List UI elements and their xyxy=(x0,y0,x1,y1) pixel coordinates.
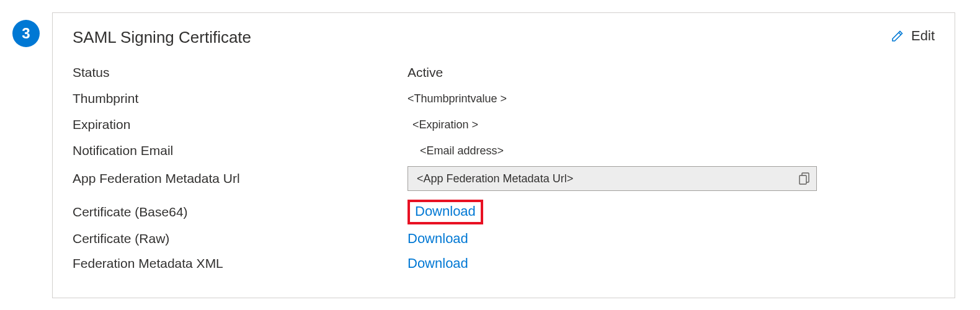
cert-raw-row: Certificate (Raw) Download xyxy=(73,228,935,249)
card-header: SAML Signing Certificate Edit xyxy=(73,28,935,47)
cert-base64-row: Certificate (Base64) Download xyxy=(73,200,935,224)
svg-line-0 xyxy=(899,33,901,35)
saml-certificate-card: SAML Signing Certificate Edit Status Act… xyxy=(52,12,955,298)
fed-xml-download-link[interactable]: Download xyxy=(408,255,468,271)
step-number-badge: 3 xyxy=(12,20,40,47)
metadata-url-value: <App Federation Metadata Url> xyxy=(417,172,791,185)
cert-raw-label: Certificate (Raw) xyxy=(73,231,408,246)
thumbprint-value: <Thumbprintvalue > xyxy=(408,92,507,105)
metadata-url-row: App Federation Metadata Url <App Federat… xyxy=(73,166,935,191)
svg-rect-1 xyxy=(800,175,806,184)
expiration-label: Expiration xyxy=(73,117,408,132)
metadata-url-field[interactable]: <App Federation Metadata Url> xyxy=(408,166,817,191)
notification-label: Notification Email xyxy=(73,143,408,158)
fed-xml-label: Federation Metadata XML xyxy=(73,256,408,271)
metadata-url-label: App Federation Metadata Url xyxy=(73,171,408,186)
copy-icon xyxy=(798,172,810,185)
cert-base64-label: Certificate (Base64) xyxy=(73,205,408,219)
edit-button[interactable]: Edit xyxy=(890,28,935,44)
notification-value: <Email address> xyxy=(408,144,504,157)
expiration-row: Expiration <Expiration > xyxy=(73,114,935,135)
thumbprint-label: Thumbprint xyxy=(73,91,408,106)
status-label: Status xyxy=(73,65,408,80)
status-value: Active xyxy=(408,65,443,80)
card-title: SAML Signing Certificate xyxy=(73,28,251,47)
saml-certificate-section: 3 SAML Signing Certificate Edit Status A… xyxy=(12,12,955,298)
step-number: 3 xyxy=(22,25,30,42)
download-section: Certificate (Base64) Download Certificat… xyxy=(73,200,935,274)
fed-xml-row: Federation Metadata XML Download xyxy=(73,253,935,274)
status-row: Status Active xyxy=(73,62,935,83)
copy-button[interactable] xyxy=(798,172,810,185)
edit-label: Edit xyxy=(911,28,935,44)
cert-raw-download-link[interactable]: Download xyxy=(408,231,468,246)
cert-base64-download-link[interactable]: Download xyxy=(408,200,483,224)
expiration-value: <Expiration > xyxy=(408,118,478,131)
thumbprint-row: Thumbprint <Thumbprintvalue > xyxy=(73,88,935,109)
notification-row: Notification Email <Email address> xyxy=(73,140,935,161)
pencil-icon xyxy=(890,29,905,43)
